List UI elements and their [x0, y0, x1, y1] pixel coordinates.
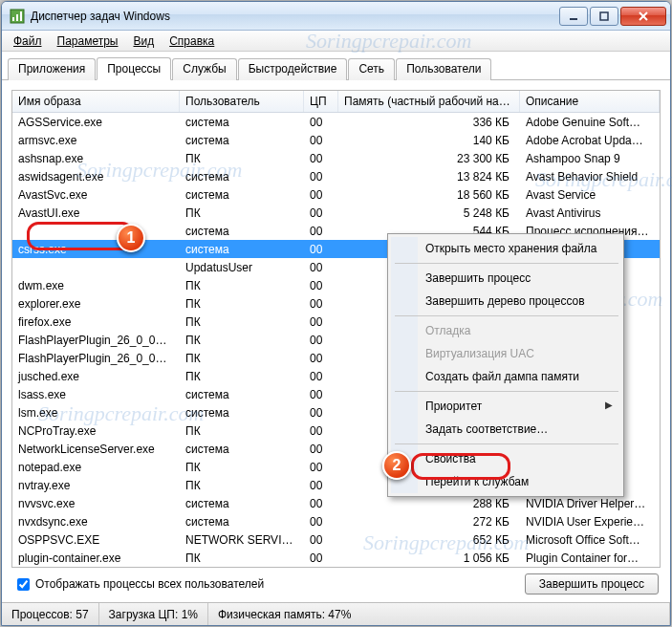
col-image-name[interactable]: Имя образа [12, 91, 180, 112]
process-row[interactable]: nvxdsync.exeсистема00272 КБNVIDIA User E… [12, 512, 660, 530]
cell-memory: 5 248 КБ [338, 205, 520, 222]
context-menu-item[interactable]: Приоритет▶ [418, 395, 620, 418]
cell-user: ПК [180, 295, 304, 313]
col-user[interactable]: Пользователь [180, 91, 304, 112]
cell-description: Microsoft Office Soft… [520, 531, 660, 549]
context-menu-item[interactable]: Завершить дерево процессов [418, 290, 620, 313]
context-menu-separator [395, 391, 618, 392]
tab-services[interactable]: Службы [172, 58, 236, 80]
cell-image-name: AvastSvc.exe [12, 186, 180, 204]
cell-image-name: aswidsagent.exe [12, 168, 180, 185]
process-row[interactable]: armsvc.exeсистема00140 КБAdobe Acrobat U… [12, 131, 660, 149]
cell-user: UpdatusUser [180, 259, 304, 276]
cell-user: ПК [180, 550, 304, 567]
tab-networking[interactable]: Сеть [348, 58, 395, 80]
cell-user: ПК [180, 150, 304, 167]
cell-user: система [180, 513, 304, 530]
tab-users[interactable]: Пользователи [396, 58, 491, 80]
status-processes: Процессов: 57 [2, 603, 99, 625]
cell-image-name: AvastUI.exe [12, 205, 180, 222]
cell-image-name: firefox.exe [12, 314, 180, 331]
cell-description: Avast Behavior Shield [520, 168, 660, 185]
process-row[interactable]: OSPPSVC.EXENETWORK SERVICE00652 КБMicros… [12, 530, 660, 549]
context-menu-item[interactable]: Задать соответствие… [418, 418, 620, 441]
cell-cpu: 00 [304, 550, 338, 567]
cell-cpu: 00 [304, 314, 338, 331]
process-row[interactable]: ashsnap.exeПК0023 300 КБAshampoo Snap 9 [12, 149, 660, 167]
cell-user: ПК [180, 277, 304, 294]
cell-user: система [180, 114, 304, 131]
list-header: Имя образа Пользователь ЦП Память (частн… [12, 91, 660, 113]
cell-description: Avast Service [520, 186, 660, 204]
cell-description: NVIDIA Driver Helper… [520, 495, 660, 512]
cell-memory: 23 300 КБ [338, 150, 520, 167]
tab-performance[interactable]: Быстродействие [238, 58, 348, 80]
cell-image-name: NCProTray.exe [12, 422, 180, 440]
cell-image-name: AGSService.exe [12, 114, 180, 131]
cell-cpu: 00 [304, 186, 338, 204]
process-row[interactable]: AvastSvc.exeсистема0018 560 КБAvast Serv… [12, 185, 660, 204]
cell-cpu: 00 [304, 295, 338, 313]
col-memory[interactable]: Память (частный рабочий набор) [338, 91, 520, 112]
process-row[interactable]: plugin-container.exeПК001 056 КБPlugin C… [12, 549, 660, 567]
menu-file[interactable]: Файл [6, 32, 50, 50]
cell-description: Adobe Genuine Soft… [520, 114, 660, 131]
cell-user: ПК [180, 350, 304, 367]
cell-cpu: 00 [304, 332, 338, 349]
menu-options[interactable]: Параметры [50, 32, 126, 50]
context-menu-item[interactable]: Перейти к службам [418, 470, 620, 493]
close-button[interactable] [620, 7, 666, 26]
context-menu-item[interactable]: Свойства [418, 447, 620, 470]
submenu-arrow-icon: ▶ [605, 400, 613, 410]
end-process-button[interactable]: Завершить процесс [525, 573, 659, 595]
process-row[interactable]: AGSService.exeсистема00336 КБAdobe Genui… [12, 113, 660, 131]
process-row[interactable]: aswidsagent.exeсистема0013 824 КБAvast B… [12, 167, 660, 185]
context-menu-separator [395, 315, 618, 316]
context-menu-separator [395, 443, 618, 444]
below-list: Отображать процессы всех пользователей З… [11, 568, 661, 596]
menu-view[interactable]: Вид [125, 32, 162, 50]
cell-cpu: 00 [304, 277, 338, 294]
cell-image-name [12, 266, 180, 270]
cell-user: система [180, 441, 304, 458]
cell-image-name: lsass.exe [12, 386, 180, 403]
context-menu-item[interactable]: Создать файл дампа памяти [418, 365, 620, 388]
cell-cpu: 00 [304, 459, 338, 476]
cell-cpu: 00 [304, 350, 338, 367]
minimize-button[interactable] [559, 7, 588, 26]
cell-description: Adobe Acrobat Upda… [520, 132, 660, 149]
cell-cpu: 00 [304, 477, 338, 494]
context-menu-item[interactable]: Завершить процесс [418, 267, 620, 290]
cell-memory: 272 КБ [338, 513, 520, 530]
maximize-button[interactable] [590, 7, 618, 26]
cell-cpu: 00 [304, 422, 338, 440]
cell-cpu: 00 [304, 531, 338, 549]
svg-rect-1 [12, 17, 14, 21]
cell-memory: 288 КБ [338, 495, 520, 512]
cell-user: ПК [180, 477, 304, 494]
tab-applications[interactable]: Приложения [8, 58, 96, 80]
cell-image-name [12, 229, 180, 233]
cell-image-name: nvtray.exe [12, 477, 180, 494]
context-menu-item: Отладка [418, 319, 620, 342]
menu-help[interactable]: Справка [162, 32, 222, 50]
menubar: Файл Параметры Вид Справка [2, 31, 670, 52]
cell-user: ПК [180, 459, 304, 476]
svg-rect-5 [600, 12, 608, 20]
col-description[interactable]: Описание [520, 91, 660, 112]
tab-processes[interactable]: Процессы [97, 57, 171, 80]
cell-cpu: 00 [304, 513, 338, 530]
cell-description: Ashampoo Snap 9 [520, 150, 660, 167]
col-cpu[interactable]: ЦП [304, 91, 338, 112]
cell-memory: 652 КБ [338, 531, 520, 549]
app-icon [10, 9, 25, 24]
context-menu-item[interactable]: Открыть место хранения файла [418, 237, 620, 260]
cell-image-name: jusched.exe [12, 368, 180, 385]
cell-cpu: 00 [304, 386, 338, 403]
cell-image-name: nvvsvc.exe [12, 495, 180, 512]
process-row[interactable]: AvastUI.exeПК005 248 КБAvast Antivirus [12, 204, 660, 222]
titlebar[interactable]: Диспетчер задач Windows [2, 2, 670, 31]
show-all-users-checkbox[interactable] [17, 578, 30, 591]
cell-user: ПК [180, 205, 304, 222]
status-memory: Физическая память: 47% [208, 603, 670, 625]
